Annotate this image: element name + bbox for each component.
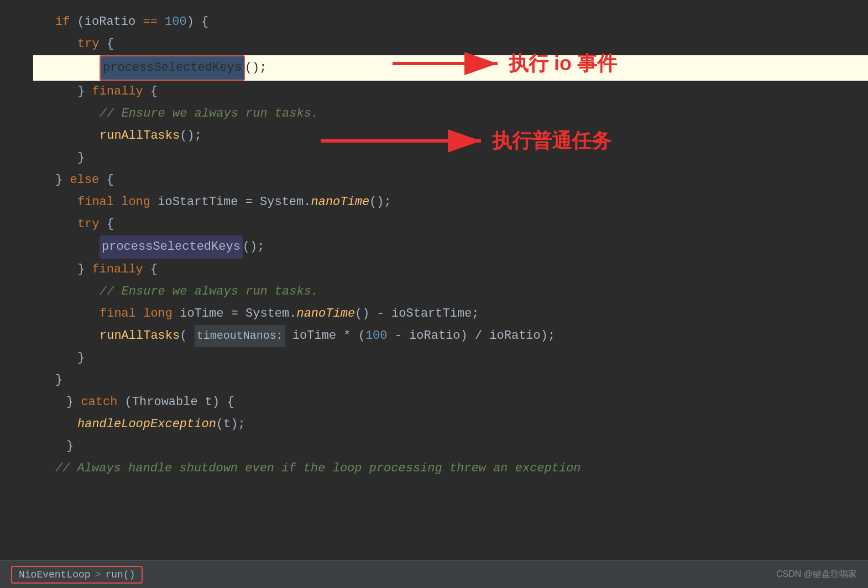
- keyword-try: try: [77, 33, 100, 55]
- annotation-normal-task: 执行普通任务: [315, 126, 611, 156]
- code-line-20: }: [33, 435, 868, 458]
- code-line-16: }: [33, 347, 868, 369]
- code-line-13: // Ensure we always run tasks.: [33, 281, 868, 303]
- code-line-21: // Always handle shutdown even if the lo…: [33, 458, 868, 480]
- code-line-10: try {: [33, 213, 868, 235]
- code-line-5: // Ensure we always run tasks.: [33, 103, 868, 125]
- annotation-io-event: 执行 io 事件: [387, 49, 617, 79]
- breadcrumb-separator: >: [95, 569, 101, 580]
- annotation-io-event-text: 执行 io 事件: [509, 50, 617, 77]
- code-line-12: } finally {: [33, 259, 868, 281]
- keyword-try2: try: [77, 213, 100, 235]
- code-line-8: } else {: [33, 169, 868, 191]
- code-line-18: } catch (Throwable t) {: [33, 391, 868, 413]
- keyword-finally: finally: [92, 81, 143, 103]
- watermark-text: CSDN @键盘歌唱家: [776, 569, 857, 580]
- keyword-catch: catch: [81, 391, 117, 413]
- breadcrumb: NioEventLoop > run(): [11, 566, 143, 584]
- method-processSelectedKeys-second: processSelectedKeys: [100, 235, 243, 259]
- method-handleLoopException: handleLoopException: [77, 413, 216, 435]
- code-line-9: final long ioStartTime = System. nanoTim…: [33, 191, 868, 213]
- method-runAllTasks: runAllTasks: [100, 125, 180, 147]
- keyword-else: else: [70, 169, 99, 191]
- code-line-19: handleLoopException (t);: [33, 413, 868, 435]
- code-editor: if (ioRatio == 100 ) { try { processSele…: [0, 0, 868, 560]
- breadcrumb-method: run(): [105, 569, 135, 580]
- keyword-finally2: finally: [92, 259, 143, 281]
- breadcrumb-class: NioEventLoop: [19, 569, 91, 580]
- keyword-if: if: [55, 11, 70, 33]
- arrow-normal-task: [315, 126, 492, 156]
- code-line-1: if (ioRatio == 100 ) {: [33, 11, 868, 33]
- code-line-4: } finally {: [33, 81, 868, 103]
- code-line-15: runAllTasks ( timeoutNanos: ioTime * ( 1…: [33, 325, 868, 347]
- code-line-14: final long ioTime = System. nanoTime () …: [33, 303, 868, 325]
- status-bar: NioEventLoop > run() CSDN @键盘歌唱家: [0, 560, 868, 588]
- code-line-11: processSelectedKeys ();: [33, 235, 868, 259]
- method-processSelectedKeys-highlighted: processSelectedKeys: [100, 55, 245, 81]
- code-line-17: }: [33, 369, 868, 391]
- arrow-io-event: [387, 49, 509, 79]
- annotation-normal-task-text: 执行普通任务: [492, 128, 611, 155]
